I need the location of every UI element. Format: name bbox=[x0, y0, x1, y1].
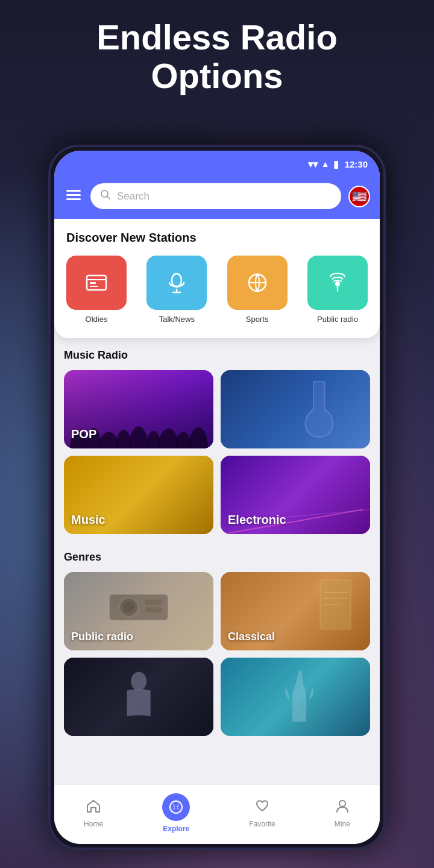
svg-rect-2 bbox=[66, 198, 81, 200]
music-radio-title: Music Radio bbox=[64, 349, 370, 362]
sports-label: Sports bbox=[246, 315, 269, 324]
bottom-spacer bbox=[54, 742, 380, 754]
classical-genre-bg: Classical bbox=[221, 572, 370, 650]
genres-section: Genres bbox=[54, 540, 380, 742]
pop-card[interactable]: POP bbox=[64, 370, 213, 448]
search-icon bbox=[100, 189, 111, 203]
music-label: Music bbox=[71, 513, 105, 527]
mine-label: Mine bbox=[335, 820, 350, 828]
home-label: Home bbox=[84, 820, 103, 828]
category-sports[interactable]: Sports bbox=[227, 256, 288, 324]
electronic-card-bg: Electronic bbox=[221, 456, 370, 534]
classical-genre-label: Classical bbox=[228, 631, 275, 643]
svg-rect-1 bbox=[66, 194, 81, 196]
nav-favorite[interactable]: Favorite bbox=[239, 796, 285, 831]
genres-title: Genres bbox=[64, 551, 370, 564]
pop-card-bg: POP bbox=[64, 370, 213, 448]
nav-home[interactable]: Home bbox=[74, 796, 113, 831]
battery-icon: ▮ bbox=[333, 159, 339, 170]
wifi-icon: ▾▾ bbox=[308, 159, 318, 170]
phone-app: ▾▾ ▲ ▮ 12:30 bbox=[54, 151, 380, 844]
public-radio-label: Public radio bbox=[317, 315, 358, 324]
oldies-label: Oldies bbox=[86, 315, 108, 324]
discover-title: Discover New Stations bbox=[66, 231, 368, 245]
favorite-label: Favorite bbox=[249, 820, 275, 828]
electronic-card[interactable]: Electronic bbox=[221, 456, 370, 534]
menu-button[interactable] bbox=[64, 186, 83, 207]
home-icon bbox=[86, 798, 101, 817]
favorite-icon bbox=[254, 798, 270, 817]
phone-inner: ▾▾ ▲ ▮ 12:30 bbox=[54, 151, 380, 844]
discover-card: Discover New Stations bbox=[54, 219, 380, 338]
svg-rect-29 bbox=[145, 608, 162, 613]
status-icons: ▾▾ ▲ ▮ 12:30 bbox=[308, 159, 368, 170]
app-header: Search 🇺🇸 bbox=[54, 177, 380, 219]
svg-point-34 bbox=[131, 671, 146, 690]
hero-title: Endless Radio Options bbox=[0, 18, 434, 95]
music-grid: POP bbox=[64, 370, 370, 534]
svg-point-14 bbox=[335, 281, 340, 286]
nav-explore[interactable]: Explore bbox=[153, 791, 200, 835]
svg-rect-0 bbox=[66, 190, 81, 192]
explore-icon-circle bbox=[162, 793, 190, 821]
oldies-icon-box bbox=[66, 256, 127, 310]
dark-genre-card[interactable] bbox=[64, 658, 213, 736]
category-talk-news[interactable]: Talk/News bbox=[146, 256, 207, 324]
svg-line-4 bbox=[107, 197, 110, 200]
guitar-card[interactable] bbox=[221, 370, 370, 448]
classical-genre-card[interactable]: Classical bbox=[221, 572, 370, 650]
category-public-radio[interactable]: Public radio bbox=[307, 256, 368, 324]
svg-rect-8 bbox=[90, 286, 98, 287]
flag-emoji: 🇺🇸 bbox=[352, 189, 367, 204]
music-card[interactable]: Music bbox=[64, 456, 213, 534]
pop-label: POP bbox=[71, 427, 96, 441]
svg-point-24 bbox=[189, 427, 208, 448]
signal-icon: ▲ bbox=[321, 159, 330, 169]
public-radio-genre-bg: Public radio bbox=[64, 572, 213, 650]
status-time: 12:30 bbox=[345, 159, 368, 169]
public-radio-genre-label: Public radio bbox=[71, 631, 133, 643]
genres-grid: Public radio bbox=[64, 572, 370, 736]
underwater-genre-bg bbox=[221, 658, 370, 736]
guitar-card-bg bbox=[221, 370, 370, 448]
nav-mine[interactable]: Mine bbox=[325, 796, 360, 831]
dark-genre-bg bbox=[64, 658, 213, 736]
search-placeholder: Search bbox=[117, 190, 332, 203]
mine-icon bbox=[335, 798, 350, 817]
public-radio-genre-card[interactable]: Public radio bbox=[64, 572, 213, 650]
music-card-bg: Music bbox=[64, 456, 213, 534]
content-area: Discover New Stations bbox=[54, 219, 380, 844]
explore-label: Explore bbox=[163, 825, 189, 833]
category-grid: Oldies Talk/News bbox=[66, 256, 368, 324]
bottom-nav: Home Explore bbox=[54, 784, 380, 844]
sports-icon-box bbox=[227, 256, 288, 310]
electronic-label: Electronic bbox=[228, 513, 286, 527]
svg-point-9 bbox=[172, 274, 181, 287]
svg-point-20 bbox=[129, 426, 148, 448]
svg-rect-28 bbox=[145, 600, 162, 605]
talk-news-label: Talk/News bbox=[159, 315, 195, 324]
svg-rect-7 bbox=[90, 282, 96, 284]
category-oldies[interactable]: Oldies bbox=[66, 256, 127, 324]
svg-point-36 bbox=[339, 800, 345, 807]
public-radio-icon-box bbox=[307, 256, 368, 310]
status-bar: ▾▾ ▲ ▮ 12:30 bbox=[54, 151, 380, 177]
music-radio-section: Music Radio bbox=[54, 338, 380, 540]
svg-point-35 bbox=[170, 801, 182, 813]
underwater-genre-card[interactable] bbox=[221, 658, 370, 736]
talk-news-icon-box bbox=[146, 256, 207, 310]
search-bar[interactable]: Search bbox=[90, 183, 341, 209]
svg-point-27 bbox=[124, 602, 134, 612]
svg-rect-5 bbox=[87, 275, 106, 290]
flag-icon[interactable]: 🇺🇸 bbox=[348, 186, 370, 207]
phone-frame: ▾▾ ▲ ▮ 12:30 bbox=[48, 145, 386, 850]
